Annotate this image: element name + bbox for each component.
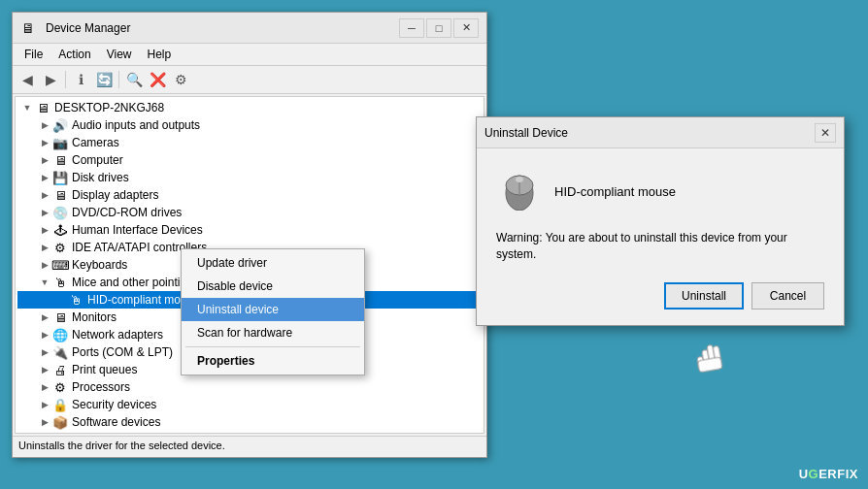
processors-icon: ⚙: [52, 379, 68, 395]
context-update-driver[interactable]: Update driver: [182, 251, 364, 275]
maximize-button[interactable]: □: [426, 18, 451, 38]
network-label: Network adapters: [72, 328, 163, 342]
sound-label: Sound, video and game controllers: [72, 433, 251, 434]
svg-rect-7: [697, 356, 705, 371]
mice-toggle: ▼: [37, 277, 52, 287]
title-bar-left: 🖥 Device Manager: [20, 20, 130, 36]
tree-computer[interactable]: ▶ 🖥 Computer: [17, 151, 482, 169]
menu-help[interactable]: Help: [140, 46, 180, 63]
display-icon: 🖥: [52, 187, 68, 203]
tree-processors[interactable]: ▶ ⚙ Processors: [17, 378, 482, 396]
dialog-device-name: HID-compliant mouse: [554, 184, 676, 199]
print-toggle: ▶: [37, 365, 52, 375]
print-icon: 🖨: [52, 362, 68, 377]
computer-icon: 🖥: [52, 152, 68, 168]
root-label: DESKTOP-2NKGJ68: [54, 101, 164, 114]
software-label: Software devices: [72, 415, 160, 429]
svg-point-3: [516, 177, 523, 182]
device-manager-window: 🖥 Device Manager ─ □ ✕ File Action View …: [12, 12, 487, 458]
processors-toggle: ▶: [37, 382, 52, 392]
dialog-title: Uninstall Device: [484, 126, 568, 140]
menu-file[interactable]: File: [17, 46, 50, 63]
context-disable-device[interactable]: Disable device: [182, 275, 364, 298]
security-icon: 🔒: [52, 397, 68, 412]
dialog-body: HID-compliant mouse Warning: You are abo…: [477, 148, 844, 325]
security-label: Security devices: [72, 398, 156, 411]
dialog-close-button[interactable]: ✕: [815, 123, 836, 143]
menu-view[interactable]: View: [99, 46, 140, 63]
toolbar-back[interactable]: ◀: [17, 69, 38, 90]
ports-label: Ports (COM & LPT): [72, 345, 173, 359]
close-button[interactable]: ✕: [453, 18, 479, 38]
security-toggle: ▶: [37, 400, 52, 409]
root-toggle: ▼: [19, 103, 35, 113]
tree-sound[interactable]: ▶ 🎮 Sound, video and game controllers: [17, 431, 482, 434]
svg-rect-6: [713, 345, 721, 364]
context-uninstall-device[interactable]: Uninstall device: [182, 298, 364, 321]
tree-audio[interactable]: ▶ 🔊 Audio inputs and outputs: [17, 116, 482, 134]
menu-action[interactable]: Action: [50, 46, 98, 63]
context-scan-hardware[interactable]: Scan for hardware: [182, 321, 364, 344]
tree-hid[interactable]: ▶ 🕹 Human Interface Devices: [17, 221, 482, 239]
tree-display[interactable]: ▶ 🖥 Display adapters: [17, 186, 482, 204]
keyboards-icon: ⌨: [52, 257, 68, 273]
root-icon: 🖥: [35, 100, 50, 115]
tree-cameras[interactable]: ▶ 📷 Cameras: [17, 134, 482, 151]
dvd-label: DVD/CD-ROM drives: [72, 206, 182, 219]
audio-icon: 🔊: [52, 117, 68, 133]
dialog-device-row: HID-compliant mouse: [496, 168, 824, 214]
hid-mouse-icon: 🖱: [68, 292, 83, 308]
network-icon: 🌐: [52, 327, 68, 342]
software-toggle: ▶: [37, 417, 52, 427]
context-menu: Update driver Disable device Uninstall d…: [181, 248, 365, 375]
mice-icon: 🖱: [52, 275, 68, 290]
dialog-buttons: Uninstall Cancel: [496, 282, 824, 310]
title-bar-controls: ─ □ ✕: [399, 18, 479, 38]
cancel-button[interactable]: Cancel: [751, 282, 824, 310]
context-properties[interactable]: Properties: [182, 349, 364, 373]
toolbar-update-driver[interactable]: 🔄: [93, 69, 115, 90]
disk-icon: 💾: [52, 170, 68, 185]
toolbar-properties[interactable]: ℹ: [70, 69, 91, 90]
tree-software[interactable]: ▶ 📦 Software devices: [17, 413, 482, 431]
mouse-svg-icon: [496, 172, 543, 211]
toolbar-refresh[interactable]: ⚙: [170, 69, 191, 90]
dvd-icon: 💿: [52, 205, 68, 220]
hid-toggle: ▶: [37, 225, 52, 235]
ports-toggle: ▶: [37, 347, 52, 357]
tree-dvd[interactable]: ▶ 💿 DVD/CD-ROM drives: [17, 204, 482, 221]
ports-icon: 🔌: [52, 344, 68, 360]
dialog-title-bar: Uninstall Device ✕: [477, 117, 844, 148]
toolbar-forward[interactable]: ▶: [40, 69, 61, 90]
toolbar-scan[interactable]: 🔍: [123, 69, 145, 90]
sound-icon: 🎮: [52, 432, 68, 434]
computer-label: Computer: [72, 153, 123, 167]
title-bar: 🖥 Device Manager ─ □ ✕: [13, 13, 486, 44]
minimize-button[interactable]: ─: [399, 18, 424, 38]
tree-root[interactable]: ▼ 🖥 DESKTOP-2NKGJ68: [17, 99, 482, 116]
dvd-toggle: ▶: [37, 208, 52, 217]
tree-security[interactable]: ▶ 🔒 Security devices: [17, 396, 482, 413]
cameras-toggle: ▶: [37, 138, 52, 147]
status-bar: Uninstalls the driver for the selected d…: [13, 436, 486, 457]
ide-icon: ⚙: [52, 240, 68, 255]
toolbar-sep-2: [118, 71, 119, 88]
toolbar-help[interactable]: ❌: [147, 69, 168, 90]
cameras-icon: 📷: [52, 135, 68, 150]
ide-toggle: ▶: [37, 243, 52, 252]
display-label: Display adapters: [72, 188, 158, 202]
window-title: Device Manager: [46, 21, 130, 35]
keyboards-label: Keyboards: [72, 258, 127, 272]
svg-rect-5: [707, 344, 716, 365]
tree-disk[interactable]: ▶ 💾 Disk drives: [17, 169, 482, 186]
menu-bar: File Action View Help: [13, 44, 486, 66]
uninstall-dialog: Uninstall Device ✕ HID-compliant mouse W…: [476, 116, 845, 326]
status-text: Uninstalls the driver for the selected d…: [18, 440, 225, 451]
toolbar: ◀ ▶ ℹ 🔄 🔍 ❌ ⚙: [13, 66, 486, 94]
audio-label: Audio inputs and outputs: [72, 118, 200, 132]
processors-label: Processors: [72, 380, 130, 394]
software-icon: 📦: [52, 414, 68, 430]
uninstall-button[interactable]: Uninstall: [664, 282, 744, 310]
dialog-device-icon: [496, 168, 543, 214]
disk-label: Disk drives: [72, 171, 129, 184]
